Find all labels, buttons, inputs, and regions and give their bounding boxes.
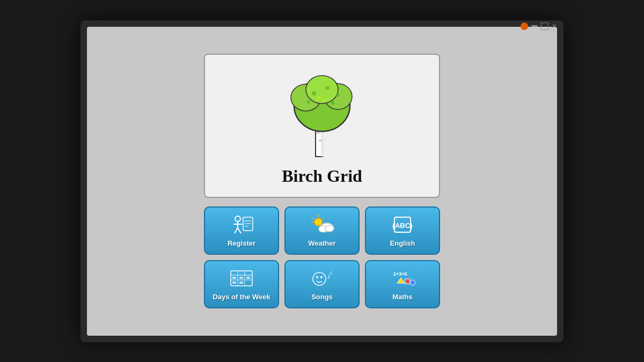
english-label: English	[390, 239, 415, 247]
register-label: Register	[228, 239, 255, 247]
svg-point-45	[316, 276, 318, 278]
svg-point-14	[324, 99, 326, 102]
app-title: Birch Grid	[282, 166, 362, 186]
register-icon	[228, 215, 255, 236]
svg-point-7	[306, 76, 338, 104]
svg-point-11	[307, 100, 310, 104]
maths-icon: 2+3=5	[389, 268, 416, 290]
monitor-frame: ✕	[80, 20, 564, 342]
app-icon	[521, 23, 528, 30]
weather-button[interactable]: Weather	[284, 206, 360, 255]
days-icon	[228, 268, 255, 290]
svg-rect-39	[232, 277, 236, 279]
svg-text:♫: ♫	[329, 270, 333, 276]
maximize-button[interactable]	[541, 23, 548, 30]
svg-point-13	[318, 96, 321, 99]
svg-line-19	[238, 228, 241, 233]
svg-rect-40	[239, 277, 243, 279]
svg-text:{ABC}: {ABC}	[392, 221, 413, 230]
svg-point-8	[312, 91, 316, 95]
english-button[interactable]: {ABC} English	[365, 206, 440, 255]
svg-point-24	[314, 218, 322, 226]
svg-rect-43	[239, 282, 243, 284]
svg-point-3	[319, 140, 322, 142]
screen: Birch Grid	[87, 27, 557, 336]
title-card: Birch Grid	[204, 54, 440, 198]
svg-point-9	[326, 86, 330, 90]
grid-buttons: Register	[204, 206, 440, 308]
svg-point-31	[325, 225, 334, 232]
tree-illustration	[284, 65, 360, 162]
minimize-button[interactable]	[531, 25, 538, 27]
svg-point-44	[313, 272, 326, 285]
close-button[interactable]: ✕	[552, 23, 559, 30]
svg-line-27	[313, 218, 314, 219]
svg-point-46	[320, 276, 323, 278]
svg-marker-50	[397, 278, 405, 283]
days-of-week-button[interactable]: Days of the Week	[204, 260, 279, 308]
svg-rect-41	[246, 277, 250, 279]
svg-line-18	[235, 228, 238, 233]
english-icon: {ABC}	[389, 215, 416, 236]
register-button[interactable]: Register	[204, 206, 279, 255]
days-label: Days of the Week	[213, 293, 270, 301]
weather-label: Weather	[308, 239, 335, 247]
svg-rect-42	[232, 282, 236, 284]
songs-icon: ♪ ♫	[309, 268, 335, 290]
svg-line-26	[323, 218, 324, 219]
maths-label: Maths	[392, 293, 413, 301]
songs-button[interactable]: ♪ ♫ Songs	[284, 260, 360, 308]
songs-label: Songs	[311, 293, 333, 301]
svg-point-12	[331, 101, 335, 105]
svg-point-10	[336, 93, 340, 97]
svg-point-52	[410, 280, 415, 285]
svg-rect-51	[405, 279, 410, 284]
weather-icon	[309, 215, 335, 236]
svg-text:2+3=5: 2+3=5	[393, 271, 407, 277]
maths-button[interactable]: 2+3=5 Maths	[365, 260, 440, 308]
svg-point-15	[235, 216, 240, 221]
titlebar: ✕	[521, 23, 559, 30]
